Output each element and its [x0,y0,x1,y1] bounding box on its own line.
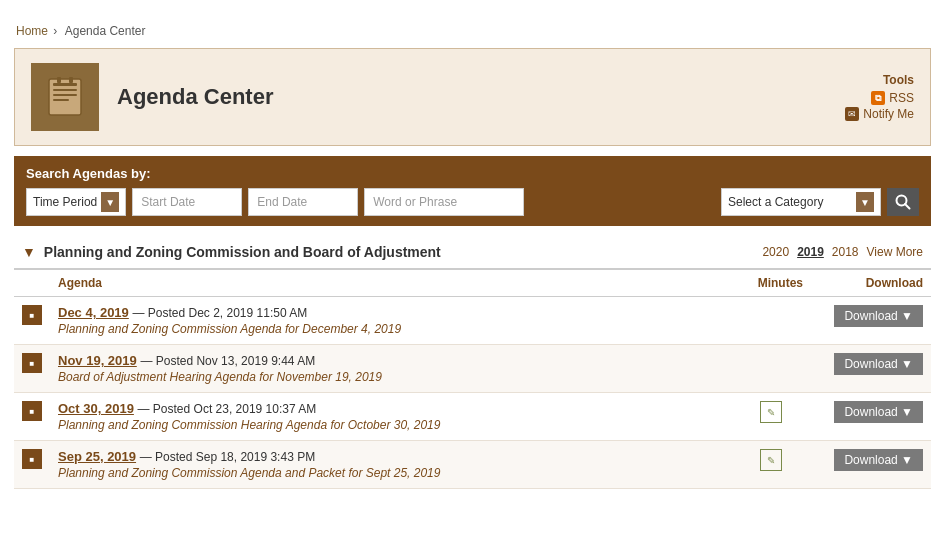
section-title: Planning and Zoning Commission and Board… [44,244,763,260]
end-date-input[interactable] [248,188,358,216]
category-select-label: Select a Category [728,195,852,209]
agenda-svg-icon [43,75,87,119]
table-row: ■ Oct 30, 2019 — Posted Oct 23, 2019 10:… [14,393,931,441]
table-row: ■ Sep 25, 2019 — Posted Sep 18, 2019 3:4… [14,441,931,489]
minutes-cell-1 [731,345,811,393]
notify-label: Notify Me [863,107,914,121]
minutes-icon-2[interactable]: ✎ [760,401,782,423]
svg-rect-4 [53,99,69,101]
svg-rect-5 [57,77,61,83]
top-bar [0,0,945,18]
minutes-icon-3[interactable]: ✎ [760,449,782,471]
category-dropdown-arrow: ▼ [856,192,874,212]
agenda-date-2[interactable]: Oct 30, 2019 [58,401,134,416]
breadcrumb-current: Agenda Center [65,24,146,38]
download-cell-3: Download ▼ [811,441,931,489]
view-more-link[interactable]: View More [867,245,923,259]
breadcrumb-separator: › [53,24,57,38]
download-button-2[interactable]: Download ▼ [834,401,923,423]
tools-links: ⧉ RSS ✉ Notify Me [845,91,914,121]
time-period-arrow: ▼ [101,192,119,212]
svg-rect-2 [53,89,77,91]
breadcrumb: Home › Agenda Center [0,18,945,42]
agenda-desc-3: Planning and Zoning Commission Agenda an… [58,466,723,480]
page-title: Agenda Center [117,84,845,110]
svg-rect-1 [53,83,77,86]
rss-label: RSS [889,91,914,105]
notify-link[interactable]: ✉ Notify Me [845,107,914,121]
tools-area: Tools ⧉ RSS ✉ Notify Me [845,73,914,121]
col-agenda: Agenda [50,270,731,297]
posted-info-0: — Posted Dec 2, 2019 11:50 AM [132,306,307,320]
minutes-cell-0 [731,297,811,345]
col-icon [14,270,50,297]
posted-info-1: — Posted Nov 13, 2019 9:44 AM [140,354,315,368]
time-period-select[interactable]: Time Period ▼ [26,188,126,216]
year-links: 2020 2019 2018 View More [762,245,923,259]
agenda-desc-1: Board of Adjustment Hearing Agenda for N… [58,370,723,384]
start-date-input[interactable] [132,188,242,216]
minutes-cell-2: ✎ [731,393,811,441]
year-2018[interactable]: 2018 [832,245,859,259]
category-select[interactable]: Select a Category ▼ [721,188,881,216]
search-section: Search Agendas by: Time Period ▼ Select … [14,156,931,226]
download-cell-1: Download ▼ [811,345,931,393]
agenda-date-1[interactable]: Nov 19, 2019 [58,353,137,368]
rss-link[interactable]: ⧉ RSS [871,91,914,105]
download-button-1[interactable]: Download ▼ [834,353,923,375]
search-icon [895,194,911,210]
agenda-desc-0: Planning and Zoning Commission Agenda fo… [58,322,723,336]
table-row: ■ Dec 4, 2019 — Posted Dec 2, 2019 11:50… [14,297,931,345]
agenda-table: Agenda Minutes Download ■ Dec 4, 2019 — … [14,270,931,489]
doc-icon-cell: ■ [14,345,50,393]
agenda-cell-1: Nov 19, 2019 — Posted Nov 13, 2019 9:44 … [50,345,731,393]
download-cell-2: Download ▼ [811,393,931,441]
search-button[interactable] [887,188,919,216]
agenda-date-3[interactable]: Sep 25, 2019 [58,449,136,464]
agenda-cell-2: Oct 30, 2019 — Posted Oct 23, 2019 10:37… [50,393,731,441]
section-header: ▼ Planning and Zoning Commission and Boa… [14,236,931,270]
mail-icon: ✉ [845,107,859,121]
search-controls: Time Period ▼ Select a Category ▼ [26,188,919,216]
col-minutes: Minutes [731,270,811,297]
section-toggle[interactable]: ▼ [22,244,36,260]
header-box: Agenda Center Tools ⧉ RSS ✉ Notify Me [14,48,931,146]
page-wrapper: Home › Agenda Center Agenda Center Tools… [0,0,945,540]
download-button-0[interactable]: Download ▼ [834,305,923,327]
breadcrumb-home[interactable]: Home [16,24,48,38]
download-button-3[interactable]: Download ▼ [834,449,923,471]
minutes-cell-3: ✎ [731,441,811,489]
svg-rect-6 [69,77,73,83]
posted-info-3: — Posted Sep 18, 2019 3:43 PM [140,450,315,464]
svg-line-8 [905,204,910,209]
posted-info-2: — Posted Oct 23, 2019 10:37 AM [138,402,317,416]
document-icon: ■ [22,449,42,469]
year-2020[interactable]: 2020 [762,245,789,259]
tools-label: Tools [845,73,914,87]
col-download: Download [811,270,931,297]
document-icon: ■ [22,305,42,325]
search-label: Search Agendas by: [26,166,919,181]
word-phrase-input[interactable] [364,188,524,216]
time-period-label: Time Period [33,195,97,209]
document-icon: ■ [22,401,42,421]
table-row: ■ Nov 19, 2019 — Posted Nov 13, 2019 9:4… [14,345,931,393]
agenda-desc-2: Planning and Zoning Commission Hearing A… [58,418,723,432]
rss-icon: ⧉ [871,91,885,105]
document-icon: ■ [22,353,42,373]
download-cell-0: Download ▼ [811,297,931,345]
agenda-center-icon [31,63,99,131]
doc-icon-cell: ■ [14,393,50,441]
doc-icon-cell: ■ [14,441,50,489]
doc-icon-cell: ■ [14,297,50,345]
year-2019[interactable]: 2019 [797,245,824,259]
svg-rect-3 [53,94,77,96]
agenda-cell-3: Sep 25, 2019 — Posted Sep 18, 2019 3:43 … [50,441,731,489]
agenda-cell-0: Dec 4, 2019 — Posted Dec 2, 2019 11:50 A… [50,297,731,345]
agenda-date-0[interactable]: Dec 4, 2019 [58,305,129,320]
